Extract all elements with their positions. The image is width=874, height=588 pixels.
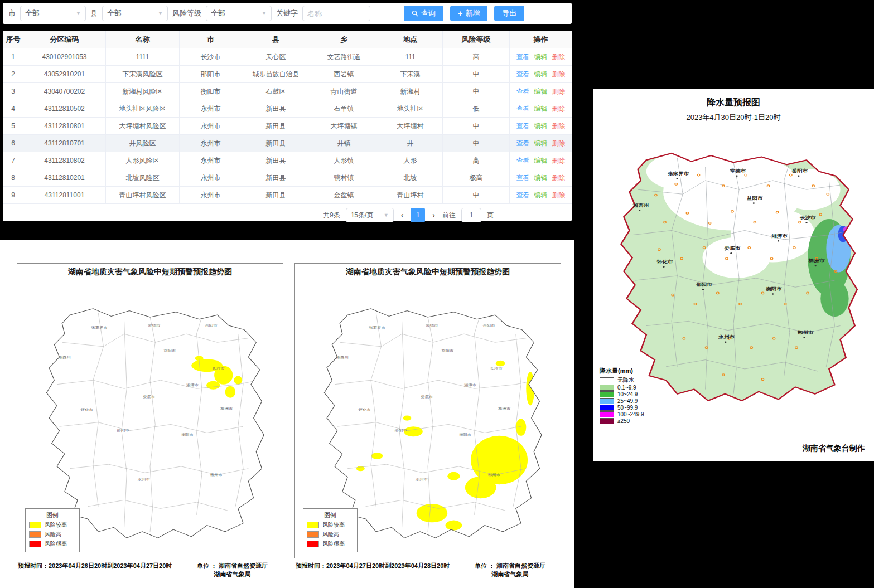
city-label: 张家界市: [668, 171, 689, 176]
delete-link[interactable]: 删除: [552, 105, 566, 113]
page-size-select[interactable]: 15条/页 ▼: [346, 208, 394, 222]
county-select[interactable]: 全部 ▼: [102, 6, 168, 21]
table-cell: 1111: [106, 48, 180, 66]
export-button[interactable]: 导出: [494, 6, 524, 21]
edit-link[interactable]: 编辑: [534, 139, 548, 147]
city-label: 长沙市: [799, 215, 816, 220]
table-cell: 43112811001: [23, 187, 106, 204]
search-button[interactable]: 查询: [404, 6, 443, 21]
view-link[interactable]: 查看: [516, 53, 530, 61]
table-cell: 新湘村风险区: [106, 83, 180, 100]
table-cell: 下宋溪风险区: [106, 66, 180, 83]
view-link[interactable]: 查看: [516, 70, 530, 78]
add-button[interactable]: + 新增: [450, 6, 487, 21]
edit-link[interactable]: 编辑: [534, 174, 548, 182]
city-label: 娄底市: [724, 246, 741, 251]
legend-swatch: [307, 522, 319, 528]
legend-label: 风险高: [45, 531, 61, 538]
table-cell: 43040700202: [23, 83, 106, 100]
city-label: 怀化市: [358, 407, 371, 411]
delete-link[interactable]: 删除: [552, 191, 566, 199]
table-cell: 邵阳市: [180, 66, 242, 83]
unit-text-2: 单位 ： 湖南省自然资源厅 湖南省气象局: [475, 562, 560, 579]
legend-item: 100~249.9: [600, 411, 644, 417]
table-cell: 中: [443, 66, 510, 83]
unit-line-1: 单位 ： 湖南省自然资源厅: [475, 562, 545, 570]
legend-label: ≥250: [617, 418, 630, 424]
legend-label: 50~99.9: [617, 405, 638, 411]
city-label: 常德市: [730, 168, 746, 173]
table-cell: 西岩镇: [310, 66, 378, 83]
delete-link[interactable]: 删除: [552, 139, 566, 147]
trend-map-title-1: 湖南省地质灾害气象风险中短期预警预报趋势图: [17, 264, 283, 277]
trend-legend-1: 图例 风险较高风险高风险很高: [25, 508, 80, 552]
view-link[interactable]: 查看: [516, 105, 530, 113]
edit-link[interactable]: 编辑: [534, 191, 548, 199]
column-header: 乡: [310, 31, 378, 48]
city-label: 湘潭市: [186, 383, 199, 387]
edit-link[interactable]: 编辑: [534, 88, 548, 95]
delete-link[interactable]: 删除: [552, 88, 566, 95]
view-link[interactable]: 查看: [516, 157, 530, 164]
goto-page-input[interactable]: [461, 208, 481, 222]
legend-swatch: [600, 405, 614, 411]
legend-label: 风险很高: [322, 540, 345, 548]
legend-item: 25~49.9: [600, 398, 644, 404]
table-cell: 新湘村: [378, 83, 443, 100]
page-size-value: 15条/页: [351, 211, 374, 220]
delete-link[interactable]: 删除: [552, 174, 566, 182]
view-link[interactable]: 查看: [516, 88, 530, 95]
table-cell: 骥村镇: [310, 169, 378, 187]
edit-link[interactable]: 编辑: [534, 157, 548, 164]
view-link[interactable]: 查看: [516, 191, 530, 199]
table-row: 743112810802人形风险区永州市新田县人形镇人形高查看编辑删除: [3, 152, 572, 169]
hunan-risk-map-1: 张家界市常德市岳阳市湘西州益阳市长沙市娄底市湘潭市株洲市怀化市邵阳市衡阳市永州市…: [21, 279, 279, 540]
view-link[interactable]: 查看: [516, 139, 530, 147]
edit-link[interactable]: 编辑: [534, 105, 548, 113]
trend-legend-items-0: 风险较高风险高风险很高: [29, 521, 76, 548]
edit-link[interactable]: 编辑: [534, 70, 548, 78]
legend-item: 风险很高: [29, 540, 76, 548]
legend-label: 25~49.9: [617, 398, 638, 404]
unit-line-1: 单位 ： 湖南省自然资源厅: [197, 562, 268, 570]
prev-page-button[interactable]: ‹: [399, 211, 405, 220]
city-label: 益阳市: [441, 348, 453, 352]
table-cell: 新田县: [242, 152, 310, 169]
city-select[interactable]: 全部 ▼: [20, 6, 86, 21]
city-label: 衡阳市: [181, 433, 194, 436]
table-cell: 低: [443, 100, 510, 118]
chevron-down-icon: ▼: [262, 11, 267, 16]
delete-link[interactable]: 删除: [552, 157, 566, 164]
city-label: 衡阳市: [459, 433, 471, 436]
keyword-input[interactable]: [302, 6, 370, 21]
legend-label: 100~249.9: [617, 411, 644, 417]
delete-link[interactable]: 删除: [552, 70, 566, 78]
table-cell: 6: [3, 135, 23, 152]
page-number-1[interactable]: 1: [411, 208, 425, 222]
risk-level-select-value: 全部: [211, 8, 225, 18]
risk-level-select[interactable]: 全部 ▼: [206, 6, 272, 21]
goto-label: 前往: [442, 211, 456, 220]
city-label: 怀化市: [80, 407, 94, 411]
table-cell: 7: [3, 152, 23, 169]
delete-link[interactable]: 删除: [552, 53, 566, 61]
risk-table-body: 14301029010531111长沙市天心区文艺路街道111高查看编辑删除24…: [3, 48, 572, 204]
table-cell: 金盆镇: [310, 187, 378, 204]
edit-link[interactable]: 编辑: [534, 53, 548, 61]
view-link[interactable]: 查看: [516, 174, 530, 182]
table-cell: 43112810502: [23, 100, 106, 118]
table-cell: 城步苗族自治县: [242, 66, 310, 83]
edit-link[interactable]: 编辑: [534, 122, 548, 130]
table-cell: 43112810201: [23, 169, 106, 187]
pagination: 共9条 15条/页 ▼ ‹ 1 › 前往 页: [3, 204, 572, 222]
view-link[interactable]: 查看: [516, 122, 530, 130]
delete-link[interactable]: 删除: [552, 122, 566, 130]
legend-item: 风险高: [307, 531, 354, 538]
risk-table-panel: 序号 分区编码 名称 市 县 乡 地点 风险等级 操作 143010290105…: [3, 31, 572, 221]
legend-swatch: [600, 411, 614, 417]
legend-item: 50~99.9: [600, 405, 644, 411]
city-label: 衡阳市: [765, 286, 782, 291]
next-page-button[interactable]: ›: [431, 211, 437, 220]
table-cell: 中: [443, 118, 510, 135]
column-header: 地点: [378, 31, 443, 48]
